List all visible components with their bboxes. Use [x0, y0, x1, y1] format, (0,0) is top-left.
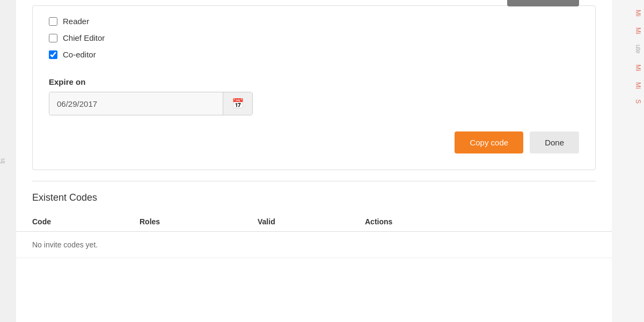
co-editor-checkbox-item[interactable]: Co-editor: [49, 50, 105, 59]
expire-label: Expire on: [49, 77, 579, 86]
reader-checkbox[interactable]: [49, 17, 57, 26]
sidebar-text-5: Mi: [612, 78, 644, 93]
column-roles: Roles: [140, 217, 258, 226]
column-code: Code: [32, 217, 140, 226]
done-button[interactable]: Done: [530, 131, 579, 153]
chief-editor-label: Chief Editor: [63, 33, 105, 42]
section-divider: [32, 181, 596, 181]
calendar-icon: 📅: [232, 98, 244, 109]
role-checkbox-group: Reader Chief Editor Co-editor: [49, 17, 105, 59]
sidebar-text-1: Mi: [612, 5, 644, 21]
invite-code-badge: 716331A0: [507, 0, 579, 6]
column-actions: Actions: [365, 217, 472, 226]
chief-editor-checkbox-item[interactable]: Chief Editor: [49, 33, 105, 42]
action-row: Copy code Done: [49, 131, 579, 153]
chief-editor-checkbox[interactable]: [49, 34, 57, 42]
reader-label: Reader: [63, 17, 89, 26]
co-editor-label: Co-editor: [63, 50, 96, 59]
left-edge-label: In: [0, 158, 6, 164]
calendar-button[interactable]: 📅: [223, 92, 252, 115]
empty-table-row: No invite codes yet.: [16, 232, 612, 258]
reader-checkbox-item[interactable]: Reader: [49, 17, 105, 26]
co-editor-checkbox[interactable]: [49, 50, 57, 59]
existing-codes-title: Existent Codes: [32, 192, 596, 203]
expire-section: Expire on 📅: [49, 77, 579, 115]
table-header: Code Roles Valid Actions: [16, 212, 612, 232]
date-input-row: 📅: [49, 92, 253, 115]
sidebar-text-3: ute: [612, 40, 644, 58]
sidebar-text-6: S: [612, 95, 644, 108]
expire-date-input[interactable]: [49, 92, 223, 115]
right-sidebar: Mi Mi ute Mi Mi S: [612, 0, 644, 322]
copy-code-button[interactable]: Copy code: [455, 131, 523, 153]
sidebar-text-2: Mi: [612, 23, 644, 39]
column-valid: Valid: [258, 217, 365, 226]
sidebar-text-4: Mi: [612, 60, 644, 76]
